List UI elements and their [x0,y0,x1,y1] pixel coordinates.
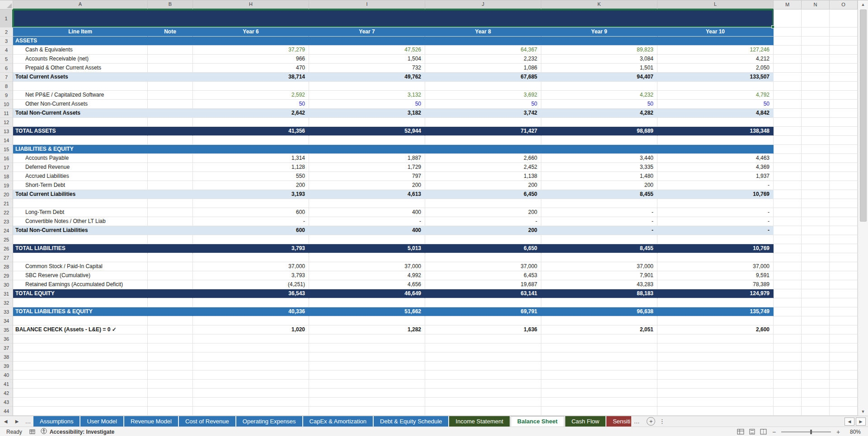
cell-O23[interactable] [830,217,858,226]
row-header-10[interactable]: 10 [0,100,13,109]
cell-O42[interactable] [830,389,858,398]
cell-H27[interactable] [193,253,309,262]
cell-N32[interactable] [802,298,830,307]
row-header-3[interactable]: 3 [0,37,13,46]
tabs-scroll-right-icon[interactable]: ▶ [11,416,23,427]
cell-J20[interactable]: 6,450 [425,190,541,199]
cell-B16[interactable] [148,154,193,163]
cell-L39[interactable] [657,362,774,371]
cell-L24[interactable]: - [657,226,774,235]
cell-M40[interactable] [774,371,802,380]
cell-M13[interactable] [774,127,802,136]
cell-B43[interactable] [148,398,193,407]
cell-O27[interactable] [830,253,858,262]
cell-H40[interactable] [193,371,309,380]
cell-H30[interactable]: (4,251) [193,280,309,289]
cell-A17[interactable]: Deferred Revenue [13,163,148,172]
cell-H22[interactable]: 600 [193,208,309,217]
cell-L23[interactable]: - [657,217,774,226]
cell-M44[interactable] [774,407,802,416]
cell-H36[interactable] [193,334,309,343]
column-header-N[interactable]: N [802,0,830,9]
cell-O1[interactable] [830,9,858,28]
cell-H9[interactable]: 2,592 [193,91,309,100]
column-header-L[interactable]: L [657,0,774,9]
cell-L7[interactable]: 133,507 [657,73,774,82]
cell-B5[interactable] [148,55,193,64]
cell-L30[interactable]: 78,389 [657,280,774,289]
cell-H29[interactable]: 3,793 [193,271,309,280]
cell-O15[interactable] [830,145,858,154]
row-header-19[interactable]: 19 [0,181,13,190]
cell-I38[interactable] [309,353,425,362]
cell-O28[interactable] [830,262,858,271]
sheet-tab-balance-sheet[interactable]: Balance Sheet [511,416,564,427]
cell-J24[interactable]: 200 [425,226,541,235]
cell-N35[interactable] [802,325,830,334]
cell-J30[interactable]: 19,687 [425,280,541,289]
cell-H8[interactable] [193,82,309,91]
sheet-tab-revenue-model[interactable]: Revenue Model [124,416,178,427]
sheet-tab-income-statement[interactable]: Income Statement [449,416,510,427]
cell-B39[interactable] [148,362,193,371]
cell-I36[interactable] [309,334,425,343]
cell-O39[interactable] [830,362,858,371]
cell-N29[interactable] [802,271,830,280]
row-header-11[interactable]: 11 [0,109,13,118]
cell-B28[interactable] [148,262,193,271]
cell-L14[interactable] [657,136,774,145]
cell-H13[interactable]: 41,356 [193,127,309,136]
cell-H4[interactable]: 37,279 [193,46,309,55]
cell-M12[interactable] [774,118,802,127]
cell-O21[interactable] [830,199,858,208]
cell-L32[interactable] [657,298,774,307]
cell-M42[interactable] [774,389,802,398]
page-break-view-icon[interactable] [760,429,767,435]
cell-H26[interactable]: 3,793 [193,244,309,253]
cell-M16[interactable] [774,154,802,163]
cell-K41[interactable] [541,380,657,389]
cell-A8[interactable] [13,82,148,91]
sheet-options-menu-icon[interactable]: ⋮ [657,416,667,427]
cell-J44[interactable] [425,407,541,416]
cell-N31[interactable] [802,289,830,298]
sheet-tab-cost-of-revenue[interactable]: Cost of Revenue [179,416,235,427]
cell-L6[interactable]: 2,050 [657,64,774,73]
cell-I31[interactable]: 46,649 [309,289,425,298]
row-header-24[interactable]: 24 [0,226,13,235]
cell-K29[interactable]: 7,901 [541,271,657,280]
cell-I7[interactable]: 49,762 [309,73,425,82]
cell-J7[interactable]: 67,685 [425,73,541,82]
cell-B2[interactable]: Note [148,28,193,37]
row-header-41[interactable]: 41 [0,380,13,389]
cell-K16[interactable]: 3,440 [541,154,657,163]
cell-B14[interactable] [148,136,193,145]
cell-O34[interactable] [830,316,858,325]
cell-I37[interactable] [309,343,425,353]
column-header-J[interactable]: J [425,0,541,9]
cell-I8[interactable] [309,82,425,91]
cell-I28[interactable]: 37,000 [309,262,425,271]
cell-B40[interactable] [148,371,193,380]
cell-M35[interactable] [774,325,802,334]
cell-L20[interactable]: 10,769 [657,190,774,199]
cell-M27[interactable] [774,253,802,262]
cell-M19[interactable] [774,181,802,190]
cell-I21[interactable] [309,199,425,208]
cell-L18[interactable]: 1,937 [657,172,774,181]
cell-O4[interactable] [830,46,858,55]
vertical-scrollbar[interactable]: ▲ ▼ [858,0,868,416]
column-header-O[interactable]: O [830,0,858,9]
cell-A20[interactable]: Total Current Liabilities [13,190,148,199]
cell-H38[interactable] [193,353,309,362]
cell-K23[interactable]: - [541,217,657,226]
cell-J35[interactable]: 1,636 [425,325,541,334]
cell-L31[interactable]: 124,979 [657,289,774,298]
cell-B19[interactable] [148,181,193,190]
cell-A3-merged[interactable]: ASSETS [13,37,774,46]
cell-K34[interactable] [541,316,657,325]
cell-N10[interactable] [802,100,830,109]
cell-L28[interactable]: 37,000 [657,262,774,271]
cell-I12[interactable] [309,118,425,127]
cell-I14[interactable] [309,136,425,145]
